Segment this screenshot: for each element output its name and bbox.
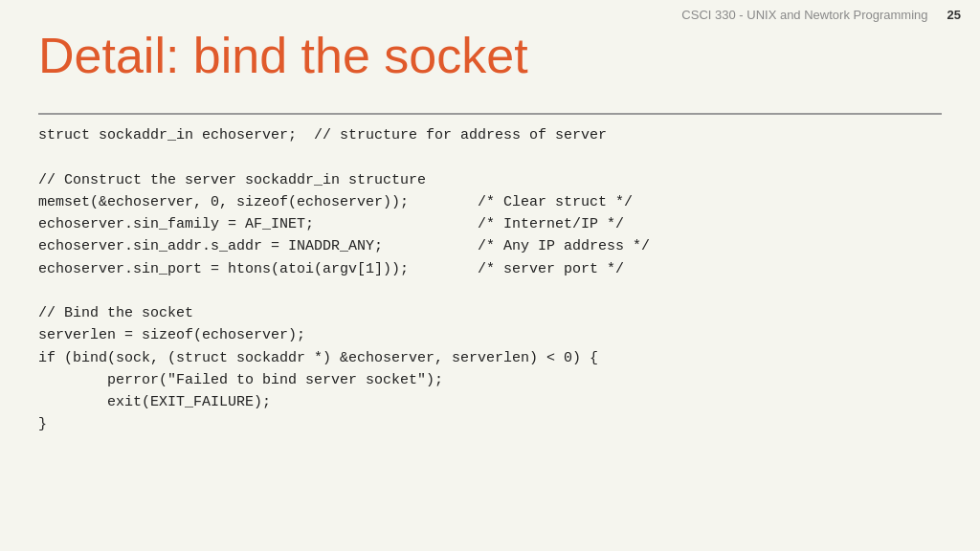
header-bar: CSCI 330 - UNIX and Newtork Programming …: [0, 0, 980, 30]
divider: [38, 113, 942, 115]
slide-title: Detail: bind the socket: [38, 27, 528, 84]
slide-container: CSCI 330 - UNIX and Newtork Programming …: [0, 0, 980, 551]
code-block: struct sockaddr_in echoserver; // struct…: [38, 124, 942, 436]
course-title: CSCI 330 - UNIX and Newtork Programming: [681, 8, 927, 22]
slide-number: 25: [947, 8, 961, 22]
